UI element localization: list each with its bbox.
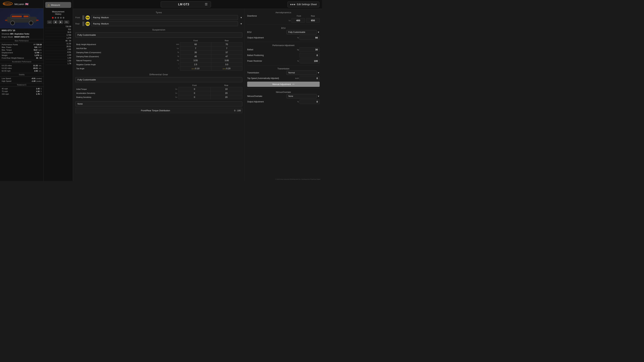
ecu-label: ECU xyxy=(247,31,284,33)
suspension-row-1: Anti-Roll Bar Lv. 7 7 xyxy=(75,46,242,50)
nitrous-output-adj-row: Output Adjustment % 0 xyxy=(247,99,320,104)
max-power-row: Max. Power 531 BHP xyxy=(2,46,42,49)
accel6293-row: 62-93 mph 2.65 sec. xyxy=(2,69,42,72)
transmission-dropdown[interactable]: Normal xyxy=(286,70,317,75)
suspension-section: Suspension Fully Customisable Front xyxy=(75,28,242,70)
car-drivetrain-row: Drivetrain MR / Aspiration Turbo xyxy=(0,32,44,35)
top-speed-unit: km/h xyxy=(295,77,299,79)
rear-tyre-chevron: ▼ xyxy=(240,22,242,25)
suspension-table: Front Rear Body Height Adjustment mm 60 … xyxy=(75,39,242,70)
tyres-section-title: Tyres xyxy=(75,10,242,15)
ecu-divider xyxy=(247,42,320,42)
differential-row-0: Initial Torque Lv. 0 10 xyxy=(75,87,242,91)
differential-type-dropdown[interactable]: Fully Customisable xyxy=(75,77,242,82)
suspension-row-3: Damping Ratio (Expansion) % 45 47 xyxy=(75,54,242,58)
nitrous-output-value: 0 xyxy=(300,99,320,104)
front-tyre-row: Front RM Racing: Medium ▼ xyxy=(75,15,242,20)
main-area: LM GT3 ☰ ●●● Edit Settings Sheet Tyres F… xyxy=(73,0,322,181)
measure-data-lowspeed: -0.51 xyxy=(45,51,71,54)
diff-front-0: 0 xyxy=(178,87,210,91)
differential-table: Front Rear Initial Torque Lv. 0 10 Accel… xyxy=(75,84,242,99)
susp-front-3: 45 xyxy=(180,54,211,58)
suspension-section-title: Suspension xyxy=(75,28,242,32)
diff-col-unit xyxy=(167,84,178,87)
measure-data-40mph: 1.43 xyxy=(45,56,71,59)
flag-icon: 🇬🇧 xyxy=(25,2,28,6)
downforce-lv-unit: Lv. xyxy=(289,19,291,21)
front-rear-torque-display: Front/Rear Torque Distribution 0 : 100 xyxy=(75,108,242,113)
l1-label: L1 xyxy=(47,20,52,24)
measure-controls: L1 ◀ ▶ R1 xyxy=(44,19,73,24)
rear-tyre-dropdown[interactable]: Racing: Medium xyxy=(91,21,238,26)
downforce-values-row: Lv. 400 650 xyxy=(247,18,320,23)
manual-adj-dots-icon: ••• xyxy=(292,83,294,85)
front-tyre-icon xyxy=(82,15,84,20)
measure-data-pp: 720.59 xyxy=(45,25,71,28)
torque-vectoring-dropdown[interactable]: None xyxy=(75,101,242,106)
rot-g-divider: Rotational G xyxy=(0,83,44,87)
susp-col-front: Front xyxy=(180,39,211,42)
manual-adjustment-button[interactable]: Manual Adjustment ••• xyxy=(247,82,320,87)
next-button[interactable]: ▶ xyxy=(58,20,63,24)
measure-data-torque: 55.9 xyxy=(45,31,71,34)
base-performance-divider: Base Performance xyxy=(0,39,44,42)
tyre-bar-right xyxy=(84,15,84,20)
ballast-row: Ballast kg 30 xyxy=(247,47,320,52)
top-speed-label: Top Speed (Automatically Adjusted) xyxy=(247,77,295,79)
svg-rect-6 xyxy=(24,15,28,17)
diff-col-rear: Rear xyxy=(210,84,242,87)
aero-front-rear-labels: Front Rear xyxy=(292,15,320,17)
ecu-dropdown-row: ECU Fully Customisable ▼ xyxy=(247,30,320,34)
left-panel: McLaren McLaren 🇬🇧 xyxy=(0,0,44,181)
susp-unit-5: ° xyxy=(167,62,180,66)
svg-point-8 xyxy=(29,21,33,25)
svg-point-7 xyxy=(10,21,14,25)
suspension-type-dropdown[interactable]: Fully Customisable xyxy=(75,32,242,37)
susp-unit-1: Lv. xyxy=(167,46,180,50)
measure-data-power: 531 xyxy=(45,28,71,31)
stats-table: Performance Points PP 720.59 Max. Power … xyxy=(0,43,44,59)
measure-dot-1 xyxy=(52,17,54,18)
susp-front-6: ▷◁ 0.10 xyxy=(180,66,211,70)
suspension-row-4: Natural Frequency Hz 3.55 3.85 xyxy=(75,58,242,62)
hamburger-icon[interactable]: ☰ xyxy=(205,2,208,6)
tyre-bar-left xyxy=(82,15,83,20)
measure-data-accel025: 11.32 xyxy=(45,42,71,45)
ecu-dropdown[interactable]: Fully Customisable xyxy=(286,30,317,34)
mph40-row: 40 mph 1.43 G xyxy=(2,87,42,90)
rear-tyre-bar-left xyxy=(82,21,83,26)
measure-data-balance: 46 : 54 xyxy=(45,39,71,42)
rear-tyre-row: Rear RM Racing: Medium ▼ xyxy=(75,21,242,26)
downforce-front-value: 400 xyxy=(292,18,305,23)
low-speed-row: Low Speed -0.51 (Under) xyxy=(2,77,42,80)
nitrous-dropdown[interactable]: None xyxy=(286,94,317,98)
measure-data-column: 720.59 531 55.9 3,799 1,270 46 : 54 11.3… xyxy=(44,24,73,181)
header-bar: McLaren McLaren 🇬🇧 xyxy=(0,0,44,8)
perf-adj-header: Performance Adjustment xyxy=(247,43,320,47)
output-adjustment-value: 98 xyxy=(300,35,320,40)
ballast-pos-value: 0 xyxy=(300,53,320,58)
transmission-dropdown-row: Transmission Normal ▼ xyxy=(247,70,320,75)
measure-button[interactable]: △ Measure xyxy=(45,2,71,8)
diff-front-1: 0 xyxy=(178,91,210,95)
measure-dot-4 xyxy=(60,17,62,18)
front-tyre-dropdown[interactable]: Racing: Medium xyxy=(91,15,238,20)
transmission-header: Transmission xyxy=(247,66,320,70)
susp-front-1: 7 xyxy=(180,46,211,50)
measure-data-displacement: 3,799 xyxy=(45,34,71,36)
top-speed-row: Top Speed (Automatically Adjusted) km/h … xyxy=(247,76,320,81)
downforce-value-boxes: 400 650 xyxy=(292,18,320,23)
max-torque-row: Max. Torque 55.9 kgfm xyxy=(2,49,42,51)
transmission-label: Transmission xyxy=(247,71,284,74)
nitrous-section: Nitrous/Overtake Nitrous/Overtake None ▼… xyxy=(247,90,320,104)
susp-rear-1: 7 xyxy=(211,46,242,50)
edit-settings-button[interactable]: ●●● Edit Settings Sheet xyxy=(288,1,319,7)
susp-col-rear: Rear xyxy=(211,39,242,42)
measure-panel: △ Measure Measurement History L1 ◀ ▶ R1 … xyxy=(44,0,73,181)
susp-front-5: 2.5 xyxy=(180,62,211,66)
prev-button[interactable]: ◀ xyxy=(53,20,58,24)
susp-rear-3: 47 xyxy=(211,54,242,58)
aero-front-header: Front xyxy=(292,15,306,17)
performance-adj-section: Performance Adjustment Ballast kg 30 Bal… xyxy=(247,43,320,63)
diff-unit-2: Lv. xyxy=(167,95,178,99)
